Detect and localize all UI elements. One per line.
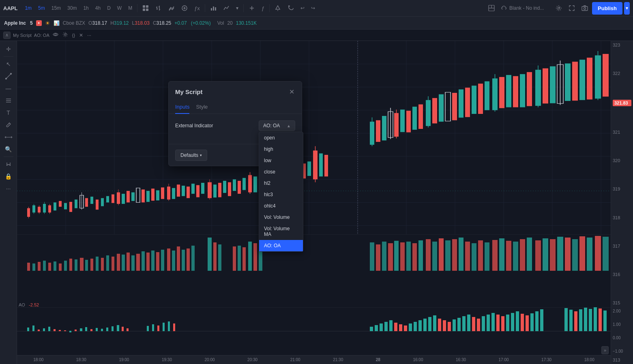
svg-point-28 (5, 78, 6, 79)
settings-btn[interactable] (553, 3, 564, 13)
pine-editor-btn[interactable]: ƒ (259, 4, 267, 13)
svg-rect-183 (80, 258, 84, 271)
indicator-close-btn[interactable]: ✕ (78, 32, 84, 39)
dropdown-option-vol-volume-ma[interactable]: Vol: Volume MA (259, 223, 303, 240)
svg-rect-139 (418, 105, 423, 129)
svg-rect-145 (452, 93, 457, 120)
dropdown-option-low[interactable]: low (259, 155, 303, 166)
brush-tool[interactable] (2, 119, 15, 131)
svg-rect-303 (487, 315, 490, 331)
external-indicator-dropdown-btn[interactable]: AO: OA ▲ (259, 120, 295, 131)
timeframe-30m[interactable]: 30m (65, 4, 79, 13)
indicator-code-btn[interactable]: {} (71, 32, 76, 39)
timeframe-15m[interactable]: 15m (49, 4, 63, 13)
magnet-tool[interactable] (2, 158, 15, 170)
chart-container: 18:00 18:30 19:00 19:30 20:00 20:30 21:0… (17, 41, 633, 364)
price-316: 316 (613, 272, 631, 277)
timeframe-1m[interactable]: 1m (22, 4, 34, 13)
line-chart-btn[interactable] (221, 3, 232, 13)
defaults-label: Defaults (180, 152, 198, 158)
modal-close-btn[interactable]: ✕ (288, 87, 295, 96)
trend-line-tool[interactable] (2, 71, 15, 82)
redo-btn[interactable]: ↪ (309, 4, 318, 13)
defaults-btn[interactable]: Defaults ▾ (175, 150, 207, 161)
fib-tool[interactable] (2, 95, 15, 106)
timeframe-4h[interactable]: 4h (93, 4, 103, 13)
symbol-label[interactable]: AAPL (3, 5, 17, 11)
svg-point-22 (558, 7, 560, 9)
svg-rect-272 (127, 328, 129, 331)
dropdown-option-high[interactable]: high (259, 143, 303, 155)
measure-tool[interactable]: ⟷ (2, 131, 15, 143)
timeframe-d[interactable]: D (105, 4, 113, 13)
price-318: 318 (613, 215, 631, 220)
scroll-right-btn[interactable]: » (601, 346, 609, 354)
add-indicator-btn[interactable] (246, 3, 257, 13)
timeframe-w[interactable]: W (115, 4, 124, 13)
chart-type-btn[interactable] (153, 3, 164, 13)
indicator-template-btn[interactable] (179, 3, 190, 13)
screenshot-btn[interactable] (579, 3, 590, 13)
more-chart-types-btn[interactable]: ▾ (234, 4, 241, 13)
timeframe-m[interactable]: M (126, 4, 135, 13)
dropdown-option-hl2[interactable]: hl2 (259, 178, 303, 189)
tab-style[interactable]: Style (196, 101, 208, 114)
publish-button[interactable]: Publish (592, 2, 622, 15)
layout-btn[interactable] (486, 3, 497, 13)
svg-rect-320 (589, 309, 592, 331)
svg-rect-291 (428, 317, 431, 331)
compare-btn[interactable] (166, 3, 177, 13)
timeframe-1h[interactable]: 1h (81, 4, 91, 13)
replay-btn[interactable] (285, 3, 296, 13)
timeframe-5m[interactable]: 5m (36, 4, 47, 13)
svg-rect-245 (572, 239, 578, 271)
dropdown-option-open[interactable]: open (259, 132, 303, 143)
svg-rect-255 (38, 330, 40, 331)
svg-rect-173 (27, 263, 30, 271)
svg-rect-69 (54, 202, 56, 210)
dropdown-option-hlc3[interactable]: hlc3 (259, 189, 303, 200)
chart-layout-btn[interactable] (140, 3, 151, 13)
cloud-save-btn[interactable]: Blank - No ind... (499, 4, 551, 13)
svg-rect-253 (27, 328, 29, 331)
indicators-btn[interactable]: ƒx (192, 4, 202, 13)
chart-small-icon: 📊 (54, 20, 60, 26)
horizontal-line-tool[interactable]: — (2, 83, 15, 94)
dropdown-option-close[interactable]: close (259, 166, 303, 178)
indicator-settings-btn[interactable] (62, 31, 69, 39)
svg-rect-268 (106, 328, 108, 331)
vol-value: 20 (227, 20, 232, 26)
crosshair-tool[interactable]: ✛ (2, 43, 15, 55)
tab-inputs[interactable]: Inputs (175, 101, 189, 114)
svg-rect-23 (582, 6, 588, 11)
svg-rect-246 (579, 236, 585, 271)
fullscreen-btn[interactable] (566, 3, 577, 13)
my-script-modal[interactable]: My Script ✕ Inputs Style External Indica… (168, 81, 302, 166)
more-tools-btn[interactable]: ··· (2, 183, 15, 194)
indicator-visibility-btn[interactable] (52, 31, 59, 39)
svg-rect-150 (485, 81, 489, 110)
svg-rect-289 (418, 320, 422, 331)
time-label-1830: 18:30 (76, 358, 86, 362)
publish-arrow-btn[interactable]: ▾ (624, 2, 630, 15)
bar-chart-btn[interactable] (208, 3, 219, 13)
dropdown-option-vol-volume[interactable]: Vol: Volume (259, 212, 303, 223)
time-label-1730: 17:30 (541, 358, 551, 362)
zoom-tool[interactable]: 🔍 (2, 143, 15, 155)
dropdown-option-ao-oa[interactable]: AO: OA (259, 240, 303, 251)
svg-rect-167 (587, 58, 592, 99)
undo-btn[interactable]: ↩ (298, 4, 307, 13)
svg-rect-282 (384, 322, 388, 331)
indicator-more-btn[interactable]: ··· (86, 32, 92, 39)
symbol-name[interactable]: Apple Inc 5 (4, 20, 33, 26)
svg-rect-81 (112, 194, 114, 203)
alert-btn[interactable] (272, 3, 283, 13)
dropdown-option-ohlc4[interactable]: ohlc4 (259, 200, 303, 212)
cursor-tool[interactable]: ↖ (2, 58, 15, 70)
svg-rect-109 (238, 181, 241, 194)
text-tool[interactable]: T (2, 107, 15, 118)
svg-rect-71 (64, 203, 67, 210)
svg-rect-164 (565, 63, 571, 101)
lock-tool[interactable]: 🔒 (2, 171, 15, 182)
collapse-btn[interactable]: ∧ (3, 32, 11, 39)
